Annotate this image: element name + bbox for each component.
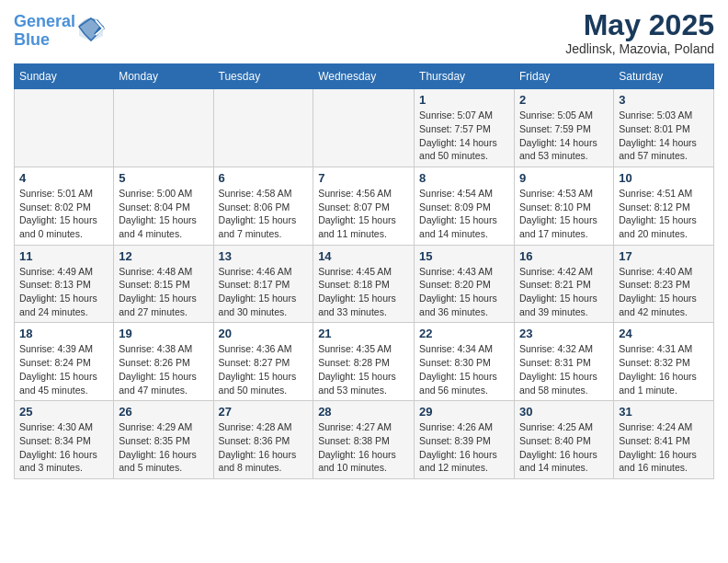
- day-number: 29: [419, 405, 509, 419]
- day-info: Sunrise: 4:29 AM Sunset: 8:35 PM Dayligh…: [119, 420, 208, 475]
- day-number: 20: [219, 327, 309, 340]
- day-info: Sunrise: 4:43 AM Sunset: 8:20 PM Dayligh…: [419, 265, 509, 319]
- calendar-week-row: 18Sunrise: 4:39 AM Sunset: 8:24 PM Dayli…: [15, 323, 714, 401]
- calendar-day-cell: 17Sunrise: 4:40 AM Sunset: 8:23 PM Dayli…: [614, 245, 714, 323]
- day-info: Sunrise: 4:35 AM Sunset: 8:28 PM Dayligh…: [318, 342, 409, 396]
- day-number: 13: [219, 249, 309, 263]
- day-info: Sunrise: 4:24 AM Sunset: 8:41 PM Dayligh…: [619, 420, 709, 475]
- calendar-week-row: 25Sunrise: 4:30 AM Sunset: 8:34 PM Dayli…: [15, 401, 714, 479]
- day-number: 2: [519, 93, 609, 107]
- calendar-day-cell: 15Sunrise: 4:43 AM Sunset: 8:20 PM Dayli…: [415, 245, 515, 323]
- day-info: Sunrise: 5:07 AM Sunset: 7:57 PM Dayligh…: [419, 109, 509, 163]
- calendar-day-cell: 14Sunrise: 4:45 AM Sunset: 8:18 PM Dayli…: [313, 245, 415, 323]
- calendar-day-cell: 20Sunrise: 4:36 AM Sunset: 8:27 PM Dayli…: [213, 323, 313, 401]
- calendar-day-cell: 22Sunrise: 4:34 AM Sunset: 8:30 PM Dayli…: [415, 323, 515, 401]
- day-number: 22: [419, 327, 509, 340]
- calendar-week-row: 4Sunrise: 5:01 AM Sunset: 8:02 PM Daylig…: [15, 167, 714, 245]
- day-info: Sunrise: 4:40 AM Sunset: 8:23 PM Dayligh…: [619, 265, 709, 319]
- day-info: Sunrise: 4:54 AM Sunset: 8:09 PM Dayligh…: [419, 187, 509, 241]
- day-info: Sunrise: 4:49 AM Sunset: 8:13 PM Dayligh…: [19, 265, 108, 319]
- day-info: Sunrise: 4:51 AM Sunset: 8:12 PM Dayligh…: [619, 187, 709, 241]
- title-block: May 2025 Jedlinsk, Mazovia, Poland: [565, 9, 714, 56]
- calendar-day-cell: 7Sunrise: 4:56 AM Sunset: 8:07 PM Daylig…: [313, 167, 415, 245]
- calendar-day-cell: 8Sunrise: 4:54 AM Sunset: 8:09 PM Daylig…: [415, 167, 515, 245]
- calendar-empty-cell: [213, 89, 313, 167]
- day-info: Sunrise: 4:34 AM Sunset: 8:30 PM Dayligh…: [419, 342, 509, 396]
- weekday-header: Tuesday: [213, 64, 313, 89]
- day-number: 27: [219, 405, 309, 419]
- calendar-day-cell: 12Sunrise: 4:48 AM Sunset: 8:15 PM Dayli…: [114, 245, 213, 323]
- month-year-title: May 2025: [565, 9, 714, 41]
- calendar-day-cell: 1Sunrise: 5:07 AM Sunset: 7:57 PM Daylig…: [415, 89, 515, 167]
- day-number: 7: [318, 171, 409, 185]
- logo-text: GeneralBlue: [14, 13, 75, 50]
- day-number: 24: [619, 327, 709, 340]
- day-info: Sunrise: 4:48 AM Sunset: 8:15 PM Dayligh…: [119, 265, 208, 319]
- day-info: Sunrise: 4:27 AM Sunset: 8:38 PM Dayligh…: [318, 420, 409, 475]
- calendar-empty-cell: [114, 89, 213, 167]
- day-info: Sunrise: 5:05 AM Sunset: 7:59 PM Dayligh…: [519, 109, 609, 163]
- day-info: Sunrise: 4:28 AM Sunset: 8:36 PM Dayligh…: [219, 420, 309, 475]
- weekday-header: Wednesday: [313, 64, 415, 89]
- calendar-empty-cell: [313, 89, 415, 167]
- calendar-day-cell: 23Sunrise: 4:32 AM Sunset: 8:31 PM Dayli…: [515, 323, 614, 401]
- day-info: Sunrise: 4:38 AM Sunset: 8:26 PM Dayligh…: [119, 342, 208, 396]
- day-info: Sunrise: 5:00 AM Sunset: 8:04 PM Dayligh…: [119, 187, 208, 241]
- calendar-day-cell: 25Sunrise: 4:30 AM Sunset: 8:34 PM Dayli…: [15, 401, 114, 479]
- day-number: 12: [119, 249, 208, 263]
- day-number: 9: [519, 171, 609, 185]
- calendar-day-cell: 4Sunrise: 5:01 AM Sunset: 8:02 PM Daylig…: [15, 167, 114, 245]
- page-header: GeneralBlue May 2025 Jedlinsk, Mazovia, …: [14, 9, 714, 56]
- day-number: 10: [619, 171, 709, 185]
- day-number: 14: [318, 249, 409, 263]
- day-number: 6: [219, 171, 309, 185]
- calendar-day-cell: 26Sunrise: 4:29 AM Sunset: 8:35 PM Dayli…: [114, 401, 213, 479]
- day-number: 30: [519, 405, 609, 419]
- day-number: 4: [19, 171, 108, 185]
- day-number: 1: [419, 93, 509, 107]
- calendar-day-cell: 24Sunrise: 4:31 AM Sunset: 8:32 PM Dayli…: [614, 323, 714, 401]
- calendar-week-row: 1Sunrise: 5:07 AM Sunset: 7:57 PM Daylig…: [15, 89, 714, 167]
- weekday-header: Monday: [114, 64, 213, 89]
- day-number: 3: [619, 93, 709, 107]
- day-info: Sunrise: 4:31 AM Sunset: 8:32 PM Dayligh…: [619, 342, 709, 396]
- calendar-day-cell: 16Sunrise: 4:42 AM Sunset: 8:21 PM Dayli…: [515, 245, 614, 323]
- day-info: Sunrise: 4:36 AM Sunset: 8:27 PM Dayligh…: [219, 342, 309, 396]
- day-number: 23: [519, 327, 609, 340]
- day-number: 11: [19, 249, 108, 263]
- day-info: Sunrise: 5:03 AM Sunset: 8:01 PM Dayligh…: [619, 109, 709, 163]
- day-info: Sunrise: 4:45 AM Sunset: 8:18 PM Dayligh…: [318, 265, 409, 319]
- weekday-header: Sunday: [15, 64, 114, 89]
- day-number: 26: [119, 405, 208, 419]
- calendar-day-cell: 6Sunrise: 4:58 AM Sunset: 8:06 PM Daylig…: [213, 167, 313, 245]
- day-number: 8: [419, 171, 509, 185]
- day-info: Sunrise: 4:46 AM Sunset: 8:17 PM Dayligh…: [219, 265, 309, 319]
- calendar-empty-cell: [15, 89, 114, 167]
- day-info: Sunrise: 5:01 AM Sunset: 8:02 PM Dayligh…: [19, 187, 108, 241]
- weekday-header: Saturday: [614, 64, 714, 89]
- calendar-day-cell: 11Sunrise: 4:49 AM Sunset: 8:13 PM Dayli…: [15, 245, 114, 323]
- day-number: 15: [419, 249, 509, 263]
- day-number: 18: [19, 327, 108, 340]
- day-number: 21: [318, 327, 409, 340]
- day-number: 31: [619, 405, 709, 419]
- calendar-day-cell: 19Sunrise: 4:38 AM Sunset: 8:26 PM Dayli…: [114, 323, 213, 401]
- day-number: 17: [619, 249, 709, 263]
- calendar-day-cell: 13Sunrise: 4:46 AM Sunset: 8:17 PM Dayli…: [213, 245, 313, 323]
- calendar-day-cell: 18Sunrise: 4:39 AM Sunset: 8:24 PM Dayli…: [15, 323, 114, 401]
- logo-icon: [77, 16, 105, 43]
- weekday-header-row: SundayMondayTuesdayWednesdayThursdayFrid…: [15, 64, 714, 89]
- calendar-day-cell: 3Sunrise: 5:03 AM Sunset: 8:01 PM Daylig…: [614, 89, 714, 167]
- day-info: Sunrise: 4:58 AM Sunset: 8:06 PM Dayligh…: [219, 187, 309, 241]
- calendar-table: SundayMondayTuesdayWednesdayThursdayFrid…: [14, 63, 714, 479]
- day-info: Sunrise: 4:32 AM Sunset: 8:31 PM Dayligh…: [519, 342, 609, 396]
- day-info: Sunrise: 4:39 AM Sunset: 8:24 PM Dayligh…: [19, 342, 108, 396]
- day-info: Sunrise: 4:53 AM Sunset: 8:10 PM Dayligh…: [519, 187, 609, 241]
- calendar-day-cell: 27Sunrise: 4:28 AM Sunset: 8:36 PM Dayli…: [213, 401, 313, 479]
- day-number: 5: [119, 171, 208, 185]
- day-number: 25: [19, 405, 108, 419]
- day-number: 28: [318, 405, 409, 419]
- day-number: 19: [119, 327, 208, 340]
- calendar-day-cell: 21Sunrise: 4:35 AM Sunset: 8:28 PM Dayli…: [313, 323, 415, 401]
- day-info: Sunrise: 4:25 AM Sunset: 8:40 PM Dayligh…: [519, 420, 609, 475]
